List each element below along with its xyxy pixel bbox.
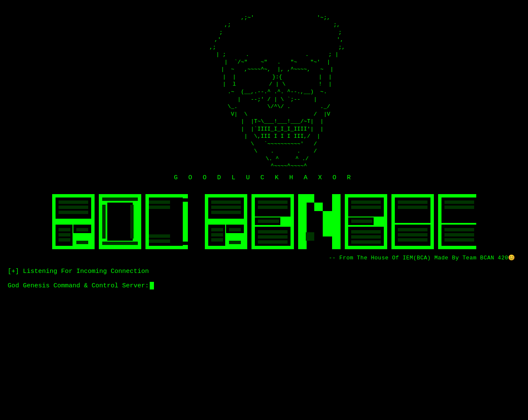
svg-rect-63 xyxy=(323,228,332,236)
svg-rect-57 xyxy=(298,194,307,249)
svg-rect-89 xyxy=(444,206,474,209)
svg-rect-51 xyxy=(258,230,288,234)
svg-rect-29 xyxy=(149,200,170,204)
svg-rect-26 xyxy=(183,200,188,243)
svg-rect-71 xyxy=(351,230,381,234)
svg-rect-18 xyxy=(102,197,138,201)
svg-rect-53 xyxy=(258,240,288,244)
svg-rect-82 xyxy=(398,233,427,236)
svg-rect-7 xyxy=(59,228,70,231)
svg-rect-37 xyxy=(211,200,241,204)
svg-rect-78 xyxy=(395,217,430,223)
svg-rect-88 xyxy=(444,200,474,204)
good-luck-text: G O O D L U C K H A X O R xyxy=(0,174,528,181)
svg-rect-21 xyxy=(130,205,134,239)
svg-rect-40 xyxy=(211,228,223,231)
svg-rect-44 xyxy=(229,241,241,244)
svg-rect-59 xyxy=(306,194,314,203)
svg-rect-41 xyxy=(211,233,223,236)
svg-rect-80 xyxy=(398,206,427,209)
svg-rect-69 xyxy=(351,200,381,204)
command-line[interactable]: God Genesis Command & Control Server: xyxy=(0,282,528,289)
god-genesis-logo xyxy=(0,194,528,249)
svg-rect-9 xyxy=(59,238,70,242)
svg-rect-28 xyxy=(183,242,188,245)
command-prompt: God Genesis Command & Control Server: xyxy=(8,282,149,289)
svg-rect-25 xyxy=(174,197,183,246)
svg-rect-74 xyxy=(351,220,372,223)
svg-rect-61 xyxy=(323,211,332,220)
svg-rect-23 xyxy=(149,197,174,246)
listening-status: [+] Listening For Incoming Connection xyxy=(0,268,528,275)
svg-rect-5 xyxy=(59,206,88,209)
svg-rect-4 xyxy=(59,200,88,204)
skull-ascii-art: ,;~' '~;, ,; ;, ; ; ,' ', ,; xyxy=(0,6,528,170)
svg-rect-92 xyxy=(444,238,474,242)
svg-rect-6 xyxy=(59,211,88,214)
svg-rect-38 xyxy=(211,206,241,209)
svg-rect-39 xyxy=(211,211,241,214)
svg-rect-8 xyxy=(59,233,70,236)
svg-rect-42 xyxy=(211,238,223,242)
svg-rect-91 xyxy=(444,233,474,236)
svg-rect-87 xyxy=(441,217,476,223)
svg-rect-90 xyxy=(444,228,474,231)
svg-rect-64 xyxy=(306,232,314,241)
svg-rect-81 xyxy=(398,228,427,231)
svg-rect-31 xyxy=(149,234,170,238)
svg-rect-50 xyxy=(258,206,288,209)
svg-rect-83 xyxy=(398,238,427,242)
svg-rect-54 xyxy=(258,220,279,223)
svg-rect-62 xyxy=(323,220,332,228)
svg-rect-30 xyxy=(149,206,170,209)
svg-rect-49 xyxy=(258,200,288,204)
svg-rect-79 xyxy=(398,200,427,204)
svg-rect-27 xyxy=(183,198,188,202)
svg-rect-19 xyxy=(102,242,138,245)
svg-rect-20 xyxy=(102,205,106,239)
svg-rect-43 xyxy=(229,228,241,231)
svg-rect-70 xyxy=(351,206,381,209)
svg-rect-52 xyxy=(258,235,288,239)
svg-rect-10 xyxy=(76,228,88,231)
logo-svg xyxy=(52,194,476,249)
svg-rect-58 xyxy=(332,194,341,249)
svg-rect-73 xyxy=(351,240,381,244)
terminal-cursor xyxy=(150,282,154,289)
svg-rect-60 xyxy=(314,203,323,211)
svg-rect-11 xyxy=(76,241,88,244)
svg-rect-72 xyxy=(351,235,381,239)
from-house-text: -- From The House Of IEM(BCA) Made By Te… xyxy=(0,254,528,261)
svg-rect-32 xyxy=(149,239,170,243)
terminal-window: ,;~' '~;, ,; ;, ; ; ,' ', ,; xyxy=(0,0,528,420)
